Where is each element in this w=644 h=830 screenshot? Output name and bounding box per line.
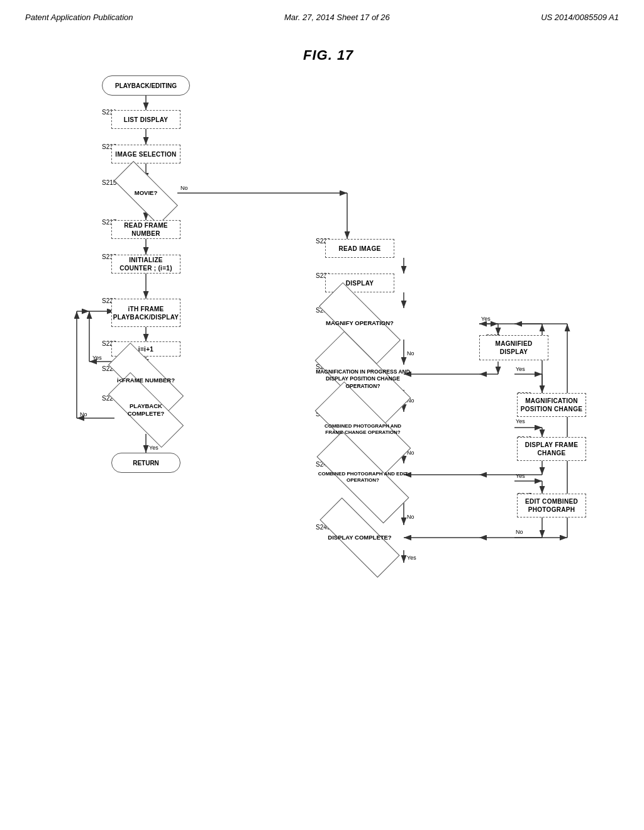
page-header: Patent Application Publication Mar. 27, …	[25, 13, 619, 22]
s237-text: MAGNIFICATION IN PROGRESS AND DISPLAY PO…	[316, 368, 410, 389]
figure-title: FIG. 17	[303, 47, 353, 64]
s223-text: i=i+1	[138, 345, 153, 353]
svg-text:No: No	[180, 185, 188, 191]
s243-box: DISPLAY FRAME CHANGE	[517, 437, 586, 461]
s239-box: MAGNIFICATION POSITION CHANGE	[517, 393, 586, 417]
s227-text: PLAYBACK COMPLETE?	[128, 402, 165, 418]
s229-box: READ IMAGE	[325, 239, 394, 258]
s227-diamond: PLAYBACK COMPLETE?	[108, 394, 184, 426]
diagram-area: FIG. 17	[39, 41, 605, 764]
svg-text:No: No	[80, 411, 87, 418]
svg-text:Yes: Yes	[516, 418, 525, 424]
s215-diamond: MOVIE?	[114, 179, 177, 207]
header-patent-number: US 2014/0085509 A1	[541, 13, 619, 22]
s249-text: DISPLAY COMPLETE?	[328, 534, 391, 541]
s237-diamond: MAGNIFICATION IN PROGRESS AND DISPLAY PO…	[316, 358, 410, 400]
start-box: PLAYBACK/EDITING	[102, 75, 190, 96]
s215-text: MOVIE?	[135, 189, 157, 197]
s239-text: MAGNIFICATION POSITION CHANGE	[521, 397, 582, 413]
svg-text:Yes: Yes	[149, 445, 158, 451]
svg-text:No: No	[407, 350, 414, 357]
page: Patent Application Publication Mar. 27, …	[0, 0, 644, 830]
s211-text: LIST DISPLAY	[124, 116, 168, 124]
svg-text:Yes: Yes	[481, 316, 491, 322]
s225-text: i<FRAME NUMBER?	[117, 377, 175, 384]
svg-text:Yes: Yes	[516, 473, 525, 479]
s245-text: COMBINED PHOTOGRAPH AND EDIT OPERATION?	[316, 471, 410, 484]
svg-text:No: No	[516, 529, 523, 535]
s221-text: iTH FRAME PLAYBACK/DISPLAY	[113, 305, 179, 321]
s245-diamond: COMBINED PHOTOGRAPH AND EDIT OPERATION?	[316, 459, 410, 495]
s219-text: INITIALIZE COUNTER ; (i=1)	[112, 256, 180, 272]
s243-text: DISPLAY FRAME CHANGE	[525, 441, 578, 457]
s241-text: COMBINED PHOTOGRAPH AND FRAME CHANGE OPE…	[316, 423, 410, 436]
return-label: RETURN	[133, 459, 159, 467]
s219-box: INITIALIZE COUNTER ; (i=1)	[111, 255, 180, 274]
s249-diamond: DISPLAY COMPLETE?	[319, 522, 401, 553]
svg-text:Yes: Yes	[92, 355, 102, 361]
return-box: RETURN	[111, 453, 180, 473]
s229-text: READ IMAGE	[339, 245, 381, 253]
s217-box: READ FRAME NUMBER	[111, 220, 180, 239]
start-label: PLAYBACK/EDITING	[115, 82, 177, 90]
s213-box: IMAGE SELECTION	[111, 145, 180, 163]
s233-diamond: MAGNIFY OPERATION?	[319, 306, 401, 340]
s233-text: MAGNIFY OPERATION?	[326, 319, 394, 327]
s231-text: DISPLAY	[346, 279, 374, 287]
s217-text: READ FRAME NUMBER	[112, 221, 180, 238]
svg-text:Yes: Yes	[407, 555, 416, 561]
s213-text: IMAGE SELECTION	[115, 150, 176, 158]
s221-box: iTH FRAME PLAYBACK/DISPLAY	[111, 299, 180, 327]
svg-text:No: No	[407, 514, 414, 520]
header-date-sheet: Mar. 27, 2014 Sheet 17 of 26	[284, 13, 390, 22]
header-publication: Patent Application Publication	[25, 13, 133, 22]
s235-box: MAGNIFIED DISPLAY	[479, 335, 548, 360]
s235-text: MAGNIFIED DISPLAY	[496, 340, 533, 356]
s211-box: LIST DISPLAY	[111, 110, 180, 129]
s247-box: EDIT COMBINED PHOTOGRAPH	[517, 494, 586, 517]
svg-text:Yes: Yes	[516, 366, 525, 372]
s247-text: EDIT COMBINED PHOTOGRAPH	[525, 497, 578, 514]
